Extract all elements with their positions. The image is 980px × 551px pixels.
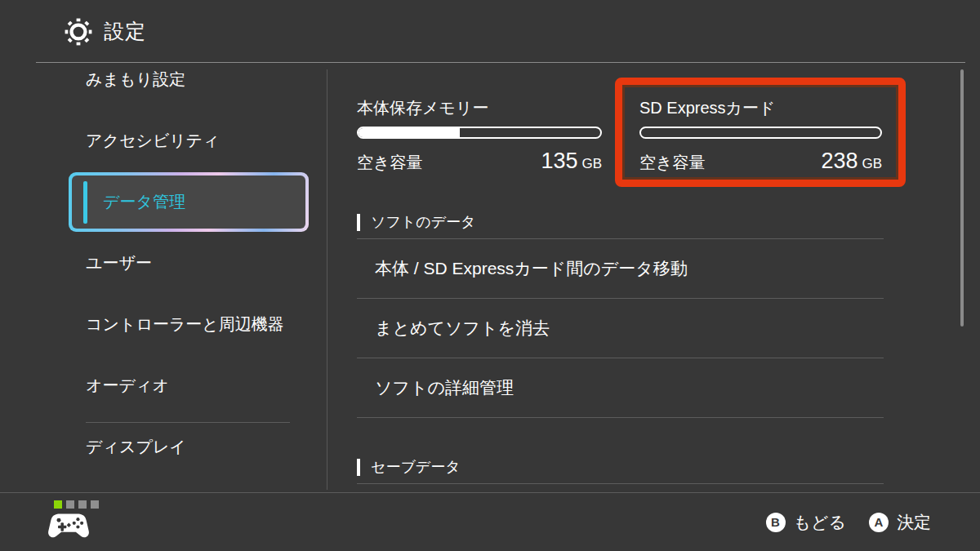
section-header-software-data: ソフトのデータ <box>357 206 884 238</box>
sd-card-storage-bar <box>639 127 882 139</box>
section-header-save-data: セーブデータ <box>357 451 884 483</box>
menu-item-label: まとめてソフトを消去 <box>375 317 550 340</box>
selection-glow-border: データ管理 <box>69 172 309 232</box>
controller-slot-4 <box>91 500 99 509</box>
controller-slot-3 <box>78 500 87 509</box>
free-space-label: 空き容量 <box>639 152 705 174</box>
section-marker <box>357 459 360 476</box>
sidebar-item-label: オーディオ <box>86 375 169 397</box>
sidebar-item-label: ディスプレイ <box>86 436 186 458</box>
system-storage-label: 本体保存メモリー <box>357 97 602 119</box>
sidebar-content-divider <box>327 69 327 490</box>
hint-confirm-label: 決定 <box>897 511 931 534</box>
sidebar-item-parental-controls[interactable]: みまもり設定 <box>0 49 327 110</box>
sidebar-item-label: コントローラーと周辺機器 <box>86 313 284 335</box>
menu-item-manage-software[interactable]: ソフトの詳細管理 <box>357 358 884 417</box>
sidebar-item-audio[interactable]: オーディオ <box>0 355 327 416</box>
sidebar-item-label: みまもり設定 <box>86 69 185 91</box>
sd-card-label: SD Expressカード <box>639 97 882 119</box>
menu-item-data-transfer[interactable]: 本体 / SD Expressカード間のデータ移動 <box>357 239 884 298</box>
list-divider <box>357 483 884 484</box>
settings-list: ソフトのデータ 本体 / SD Expressカード間のデータ移動 まとめてソフ… <box>357 206 884 484</box>
sidebar-item-data-management[interactable]: データ管理 <box>0 171 327 233</box>
menu-item-label: ソフトの詳細管理 <box>375 376 514 399</box>
menu-item-label: 本体 / SD Expressカード間のデータ移動 <box>375 257 688 280</box>
controller-slot-1-active <box>54 500 62 509</box>
button-hints: B もどる A 決定 <box>766 493 931 551</box>
selected-accent-bar <box>83 181 87 224</box>
scrollbar-thumb[interactable] <box>960 69 964 327</box>
free-space-value-group: 238GB <box>821 149 882 174</box>
system-storage-bar <box>357 127 602 139</box>
hint-back-label: もどる <box>794 511 846 534</box>
free-space-unit: GB <box>862 156 882 171</box>
settings-gear-icon <box>64 17 93 47</box>
sidebar-item-label: アクセシビリティ <box>86 130 220 152</box>
sidebar-item-accessibility[interactable]: アクセシビリティ <box>0 110 327 171</box>
sidebar: みまもり設定 アクセシビリティ データ管理 ユーザー コントローラーと周辺機器 … <box>0 49 327 478</box>
sidebar-item-users[interactable]: ユーザー <box>0 233 327 294</box>
sidebar-item-label: ユーザー <box>86 252 152 274</box>
controller-icon <box>47 510 90 543</box>
free-space-unit: GB <box>581 156 602 171</box>
section-marker <box>357 214 360 231</box>
system-storage-block: 本体保存メモリー 空き容量 135GB <box>357 97 602 174</box>
a-button-icon: A <box>869 513 889 532</box>
footer-bar: B もどる A 決定 <box>0 492 980 551</box>
hint-back[interactable]: B もどる <box>766 511 846 534</box>
sidebar-item-label: データ管理 <box>103 191 185 213</box>
controller-slot-2 <box>66 500 74 509</box>
sidebar-divider <box>86 422 290 423</box>
section-header-label: セーブデータ <box>371 457 461 477</box>
sd-card-storage-block: SD Expressカード 空き容量 238GB <box>639 97 882 174</box>
b-button-icon: B <box>766 513 786 532</box>
hint-confirm[interactable]: A 決定 <box>869 511 931 534</box>
free-space-value-group: 135GB <box>541 149 602 174</box>
free-space-value: 238 <box>821 149 858 173</box>
section-header-label: ソフトのデータ <box>371 212 476 232</box>
page-title: 設定 <box>104 18 146 45</box>
sidebar-item-controllers[interactable]: コントローラーと周辺機器 <box>0 294 327 355</box>
free-space-label: 空き容量 <box>357 152 422 174</box>
controller-slot-indicators <box>54 500 99 509</box>
sidebar-item-display[interactable]: ディスプレイ <box>0 416 327 478</box>
settings-screen: 設定 みまもり設定 アクセシビリティ データ管理 ユーザー コントローラーと周辺… <box>0 0 980 551</box>
free-space-value: 135 <box>541 149 577 173</box>
menu-item-bulk-delete-software[interactable]: まとめてソフトを消去 <box>357 299 884 358</box>
system-storage-bar-fill <box>359 128 460 137</box>
